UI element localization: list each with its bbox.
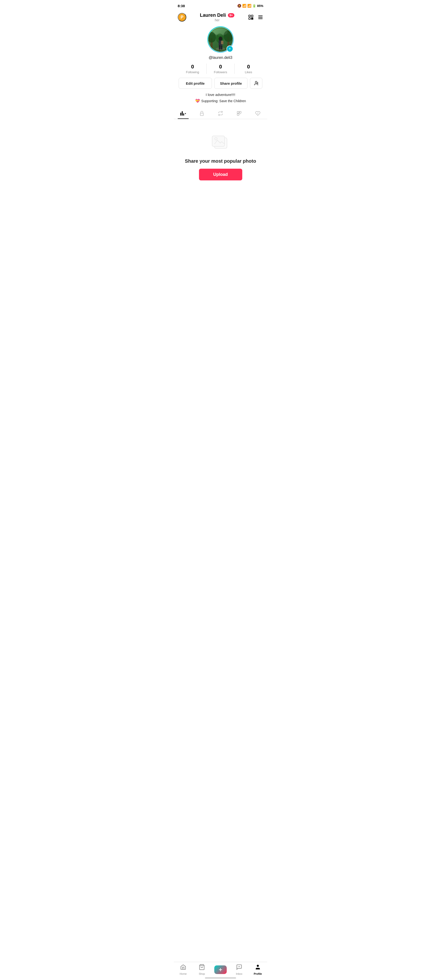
notification-badge: 9+ [228,13,235,18]
svg-rect-21 [221,41,224,44]
following-count: 0 [191,64,194,70]
edit-profile-button[interactable]: Edit profile [179,78,212,89]
svg-rect-1 [251,15,253,17]
svg-rect-9 [258,18,263,19]
dropdown-arrow-icon: ▾ [185,112,186,115]
status-time: 8:38 [178,4,185,8]
stats-row: 0 Following 0 Followers 0 Likes [179,64,262,74]
following-label: Following [186,70,199,74]
nav-right-icons [248,14,263,20]
bio-text: I love adventure!!!! [206,92,235,97]
svg-rect-8 [258,17,263,18]
likes-count: 0 [247,64,250,70]
action-buttons: Edit profile Share profile [179,78,262,89]
battery-icon: 🔋 [252,4,256,8]
empty-title: Share your most popular photo [185,158,256,164]
svg-rect-2 [249,18,251,19]
svg-point-25 [255,81,257,83]
nav-title: Lauren Deli 9+ [200,13,235,18]
avatar-container: + [207,26,234,52]
svg-point-24 [213,29,228,36]
status-bar: 8:38 🔕 📶 📶 🔋 85% [174,0,267,11]
empty-photo-icon [210,134,231,154]
stat-followers[interactable]: 0 Followers [207,64,235,74]
nav-title-area: Lauren Deli 9+ her [186,13,248,22]
svg-rect-5 [251,19,252,19]
tabs-row: ▾ [174,108,267,119]
tab-liked[interactable] [249,108,267,119]
signal-icon: 📶 [242,4,246,8]
top-nav: P Lauren Deli 9+ her [174,11,267,24]
supporting-label: Supporting: Save the Children [201,99,246,103]
tab-repost[interactable] [211,108,230,119]
nav-pronoun: her [215,18,219,22]
add-friend-button[interactable] [250,78,262,89]
avatar-button[interactable]: P [178,13,186,22]
svg-point-19 [219,37,222,41]
svg-rect-31 [237,114,239,115]
svg-rect-30 [240,111,241,113]
supporting-text: 💝 Supporting: Save the Children [195,99,246,103]
stat-likes[interactable]: 0 Likes [235,64,262,74]
mute-icon: 🔕 [237,4,241,8]
followers-label: Followers [214,70,227,74]
svg-rect-3 [251,18,252,18]
wifi-icon: 📶 [247,4,251,8]
followers-count: 0 [219,64,222,70]
svg-rect-23 [221,46,222,49]
status-icons: 🔕 📶 📶 🔋 85% [237,4,263,8]
likes-label: Likes [245,70,252,74]
menu-button[interactable] [258,14,263,20]
tab-posts[interactable]: ▾ [174,108,192,119]
svg-rect-4 [252,19,253,19]
nav-username: Lauren Deli [200,13,226,18]
svg-rect-7 [258,16,263,16]
tab-private[interactable] [192,108,211,119]
svg-rect-6 [252,18,253,18]
svg-rect-28 [200,113,203,116]
share-profile-button[interactable]: Share profile [214,78,247,89]
svg-rect-0 [249,15,251,17]
svg-rect-29 [237,111,239,113]
heart-diamond-icon: 💝 [195,99,200,103]
empty-state: Share your most popular photo Upload [174,119,267,190]
svg-rect-22 [219,45,220,49]
battery-percent: 85% [257,4,263,8]
profile-section: + @lauren.deli3 0 Following 0 Followers … [174,24,267,108]
tab-tagged[interactable] [230,108,249,119]
profile-handle: @lauren.deli3 [209,56,232,60]
stat-following[interactable]: 0 Following [179,64,207,74]
avatar-add-button[interactable]: + [227,45,233,52]
upload-button[interactable]: Upload [199,169,242,180]
qr-code-button[interactable] [248,14,254,20]
